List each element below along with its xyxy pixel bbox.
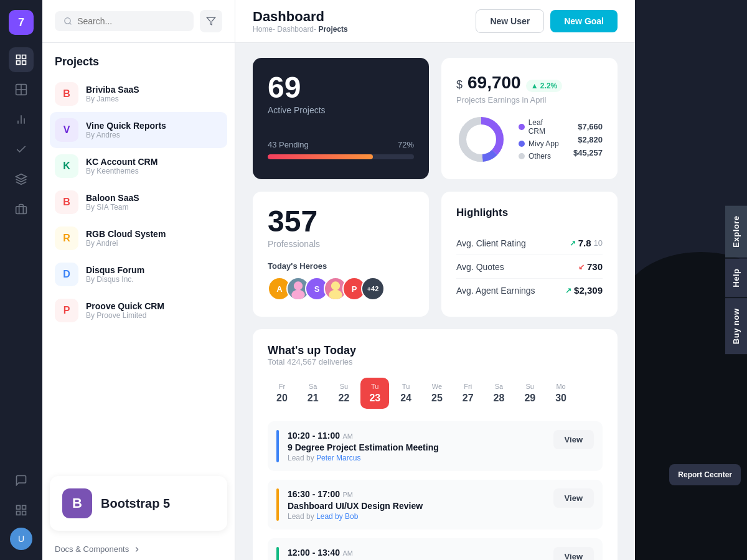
calendar-title: What's up Today xyxy=(268,344,356,357)
earnings-subtitle: Projects Earnings in April xyxy=(456,95,603,105)
breadcrumb: Dashboard Home- Dashboard- Projects xyxy=(253,9,348,34)
cal-day-24[interactable]: Tu24 xyxy=(392,378,420,409)
earnings-amount: 69,700 xyxy=(467,73,521,93)
new-goal-button[interactable]: New Goal xyxy=(550,10,618,32)
cal-day-23-today[interactable]: Tu23 xyxy=(360,378,389,409)
event-lead-link-1[interactable]: Peter Marcus xyxy=(316,454,360,462)
event-details-3: 12:00 - 13:40 AM Marketing Campaign Disc… xyxy=(288,547,422,560)
earnings-values: $7,660 $2,820 $45,257 xyxy=(573,122,603,157)
project-name-1: Vine Quick Reports xyxy=(86,121,222,131)
event-name-2: Dashboard UI/UX Design Review xyxy=(288,501,423,511)
page-title: Dashboard xyxy=(253,9,348,25)
sidebar-item-grid2[interactable] xyxy=(9,498,34,523)
highlight-row-earnings: Avg. Agent Earnings ↗ $2,309 xyxy=(456,279,603,302)
project-name-6: Proove Quick CRM xyxy=(86,301,222,311)
top-bar: Dashboard Home- Dashboard- Projects New … xyxy=(235,0,635,43)
project-item-4[interactable]: R RGB Cloud System By Andrei xyxy=(50,220,227,256)
cal-day-20[interactable]: Fr20 xyxy=(268,378,296,409)
projects-header xyxy=(42,0,235,43)
project-name-5: Disqus Forum xyxy=(86,265,222,275)
event-time-1: 10:20 - 11:00 AM xyxy=(288,430,439,441)
svg-rect-11 xyxy=(16,207,27,214)
hero-avatar-more: +42 xyxy=(361,277,385,301)
project-by-2: By Keenthemes xyxy=(86,167,222,175)
highlight-val-rating: ↗ 7.8 10 xyxy=(570,238,603,248)
user-avatar[interactable]: U xyxy=(10,528,32,550)
legend-dot-mivy xyxy=(519,141,525,147)
sidebar: 7 U xyxy=(0,0,42,560)
cal-day-21[interactable]: Sa21 xyxy=(299,378,327,409)
heroes-section: Today's Heroes A S P +42 xyxy=(268,261,414,301)
project-info-5: Disqus Forum By Disqus Inc. xyxy=(86,265,222,284)
earnings-val-leaf: $7,660 xyxy=(578,122,603,131)
legend-dot-others xyxy=(519,153,525,159)
search-wrap[interactable] xyxy=(55,11,194,31)
user-number-badge[interactable]: 7 xyxy=(9,10,34,35)
event-bar-2 xyxy=(276,488,279,521)
cal-day-27[interactable]: Fri27 xyxy=(454,378,482,409)
highlight-row-quotes: Avg. Quotes ↙ 730 xyxy=(456,255,603,279)
search-icon xyxy=(63,16,72,26)
event-lead-link-2[interactable]: Lead by Bob xyxy=(316,512,358,521)
project-item-2[interactable]: K KC Account CRM By Keenthemes xyxy=(50,148,227,184)
sidebar-item-briefcase[interactable] xyxy=(9,197,34,222)
earnings-val-mivy: $2,820 xyxy=(578,135,603,144)
highlight-label-earnings: Avg. Agent Earnings xyxy=(456,286,535,296)
bootstrap-icon: B xyxy=(62,488,92,518)
event-view-button-1[interactable]: View xyxy=(553,430,594,449)
sidebar-item-layers[interactable] xyxy=(9,167,34,192)
svg-rect-12 xyxy=(17,506,21,510)
buy-now-tab[interactable]: Buy now xyxy=(725,299,747,355)
new-user-button[interactable]: New User xyxy=(476,9,544,33)
cal-day-28[interactable]: Sa28 xyxy=(485,378,514,409)
bootstrap-promo[interactable]: B Bootstrap 5 xyxy=(50,476,227,531)
project-item-6[interactable]: P Proove Quick CRM By Proove Limited xyxy=(50,292,227,329)
project-item-3[interactable]: B Baloon SaaS By SIA Team xyxy=(50,184,227,220)
sidebar-item-check[interactable] xyxy=(9,137,34,162)
cal-day-29[interactable]: Su29 xyxy=(515,378,544,409)
project-by-4: By Andrei xyxy=(86,239,222,248)
sidebar-item-messages[interactable] xyxy=(9,468,34,493)
help-tab[interactable]: Help xyxy=(725,259,747,297)
search-input[interactable] xyxy=(77,16,185,26)
cal-day-22[interactable]: Su22 xyxy=(330,378,359,409)
earnings-legend: Leaf CRM Mivy App Others xyxy=(519,118,561,161)
explore-tab[interactable]: Explore xyxy=(725,205,747,257)
progress-bar-wrap xyxy=(268,154,414,159)
professionals-label: Professionals xyxy=(268,239,414,249)
projects-title: Projects xyxy=(42,43,235,76)
earnings-body: Leaf CRM Mivy App Others $7,660 $2,820 $… xyxy=(456,114,603,164)
project-by-3: By SIA Team xyxy=(86,203,222,212)
earnings-dollar: $ xyxy=(456,78,463,91)
event-time-3: 12:00 - 13:40 AM xyxy=(288,547,422,558)
breadcrumb-path: Home- Dashboard- Projects xyxy=(253,25,348,34)
event-item-1: 10:20 - 11:00 AM 9 Degree Project Estima… xyxy=(268,421,603,471)
pending-row: 43 Pending 72% xyxy=(268,140,414,159)
project-item-1[interactable]: V Vine Quick Reports By Andres xyxy=(50,112,227,148)
project-icon-6: P xyxy=(55,299,78,322)
sidebar-item-dashboard[interactable] xyxy=(9,77,34,102)
filter-button[interactable] xyxy=(200,10,222,32)
report-center-button[interactable]: Report Cecnter xyxy=(669,464,741,485)
project-name-2: KC Account CRM xyxy=(86,157,222,167)
svg-rect-13 xyxy=(22,506,26,510)
project-name-0: Briviba SaaS xyxy=(86,85,222,95)
cal-day-30[interactable]: Mo30 xyxy=(547,378,575,409)
docs-link[interactable]: Docs & Components xyxy=(42,538,235,560)
project-info-6: Proove Quick CRM By Proove Limited xyxy=(86,301,222,320)
svg-rect-15 xyxy=(22,511,26,515)
sidebar-item-chart[interactable] xyxy=(9,107,34,132)
event-view-button-3[interactable]: View xyxy=(553,547,594,560)
svg-marker-18 xyxy=(207,17,215,25)
project-item-0[interactable]: B Briviba SaaS By James xyxy=(50,76,227,112)
cal-day-25[interactable]: We25 xyxy=(423,378,451,409)
project-list: B Briviba SaaS By James V Vine Quick Rep… xyxy=(42,76,235,469)
svg-rect-3 xyxy=(22,61,26,65)
progress-bar-fill xyxy=(268,154,373,159)
top-actions: New User New Goal xyxy=(476,9,618,33)
event-lead-2: Lead by Lead by Bob xyxy=(288,512,423,521)
sidebar-item-grid[interactable] xyxy=(9,47,34,72)
project-item-5[interactable]: D Disqus Forum By Disqus Inc. xyxy=(50,256,227,292)
legend-item-others: Others xyxy=(519,152,561,161)
event-view-button-2[interactable]: View xyxy=(553,488,594,508)
